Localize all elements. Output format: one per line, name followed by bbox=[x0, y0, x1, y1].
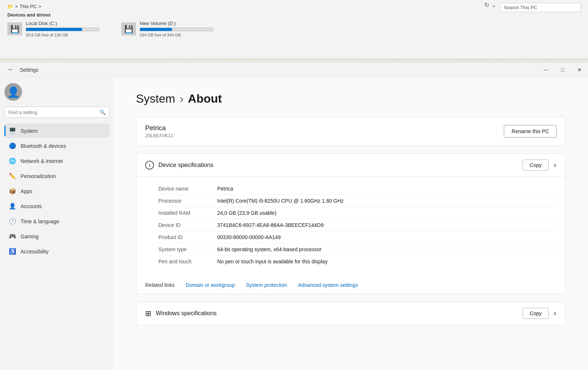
spec-label-device-id: Device ID bbox=[158, 222, 217, 228]
sidebar-item-bluetooth[interactable]: 🔵 Bluetooth & devices bbox=[4, 139, 110, 153]
windows-copy-button[interactable]: Copy bbox=[523, 308, 549, 319]
dropdown-icon[interactable]: ⌄ bbox=[491, 1, 496, 8]
spec-row-device-id: Device ID 3741B4C6-6927-4EA8-86AA-3BEECE… bbox=[158, 219, 557, 231]
spec-value-processor: Intel(R) Core(TM) i5-8250U CPU @ 1.60GHz… bbox=[217, 198, 557, 204]
specs-header: i Device specifications Copy ∧ bbox=[136, 154, 566, 177]
maximize-button[interactable]: □ bbox=[554, 63, 571, 77]
drives-label: Devices and drives bbox=[7, 12, 581, 18]
search-input[interactable] bbox=[8, 110, 96, 115]
spec-row-processor: Processor Intel(R) Core(TM) i5-8250U CPU… bbox=[158, 195, 557, 207]
pc-id: 20L8S7VK11 bbox=[145, 133, 173, 138]
close-button[interactable]: ✕ bbox=[571, 63, 588, 77]
sidebar-item-gaming[interactable]: 🎮 Gaming bbox=[4, 229, 110, 243]
sidebar-item-network-label: Network & internet bbox=[21, 158, 63, 164]
spec-label-pen-touch: Pen and touch bbox=[158, 259, 217, 264]
spec-value-system-type: 64-bit operating system, x64-based proce… bbox=[217, 246, 557, 252]
windows-chevron-up-icon[interactable]: ∧ bbox=[553, 310, 557, 316]
spec-label-ram: Installed RAM bbox=[158, 210, 217, 216]
drive-c[interactable]: 💾 Local Disk (C:) 30,6 GB free of 130 GB bbox=[7, 21, 99, 37]
bluetooth-icon: 🔵 bbox=[9, 142, 16, 149]
spec-value-product-id: 00330-80000-00000-AA149 bbox=[217, 234, 557, 240]
link-system-protection[interactable]: System protection bbox=[246, 282, 287, 288]
sidebar-item-network[interactable]: 🌐 Network & internet bbox=[4, 154, 110, 168]
device-specs-section: i Device specifications Copy ∧ Device na… bbox=[136, 153, 566, 294]
chevron-up-icon[interactable]: ∧ bbox=[553, 162, 557, 168]
spec-row-ram: Installed RAM 24,0 GB (23,9 GB usable) bbox=[158, 207, 557, 219]
info-icon: i bbox=[145, 161, 154, 170]
sidebar-item-system-label: System bbox=[21, 128, 38, 134]
settings-body: 👤 🔍 🖥️ System 🔵 Bluetooth & devices 🌐 Ne… bbox=[0, 77, 588, 370]
spec-value-pen-touch: No pen or touch input is available for t… bbox=[217, 259, 557, 264]
related-links: Related links Domain or workgroup System… bbox=[136, 276, 566, 294]
link-advanced-settings[interactable]: Advanced system settings bbox=[298, 282, 358, 288]
drive-d-icon: 💾 bbox=[121, 22, 136, 35]
sidebar-item-apps[interactable]: 📦 Apps bbox=[4, 184, 110, 198]
sidebar-item-system[interactable]: 🖥️ System bbox=[4, 124, 110, 138]
back-button[interactable]: ← bbox=[4, 64, 17, 75]
sidebar-item-personalization-label: Personalization bbox=[21, 173, 56, 179]
rename-pc-button[interactable]: Rename this PC bbox=[504, 125, 557, 138]
page-title-system: System bbox=[136, 92, 175, 106]
drive-c-name: Local Disk (C:) bbox=[26, 21, 99, 26]
main-content: System › About Petrica 20L8S7VK11 Rename… bbox=[114, 77, 588, 370]
pc-name-section: Petrica 20L8S7VK11 Rename this PC bbox=[136, 117, 566, 146]
system-icon: 🖥️ bbox=[9, 127, 16, 134]
copy-button[interactable]: Copy bbox=[523, 160, 549, 171]
settings-title: Settings bbox=[20, 67, 39, 73]
windows-logo-icon: ⊞ bbox=[145, 309, 151, 318]
search-label: Search This PC bbox=[504, 5, 537, 10]
drive-d-name: New Volume (D:) bbox=[140, 21, 213, 26]
related-links-label: Related links bbox=[145, 282, 175, 288]
breadcrumb-text: This PC bbox=[20, 4, 37, 9]
sidebar-item-accounts-label: Accounts bbox=[21, 203, 42, 209]
accessibility-icon: ♿ bbox=[9, 248, 16, 255]
sidebar-item-time[interactable]: 🕐 Time & language bbox=[4, 214, 110, 228]
sidebar-item-time-label: Time & language bbox=[21, 218, 59, 224]
spec-row-system-type: System type 64-bit operating system, x64… bbox=[158, 243, 557, 256]
windows-specs-section: ⊞ Windows specifications Copy ∧ bbox=[136, 302, 566, 325]
search-icon: 🔍 bbox=[99, 109, 105, 115]
spec-value-device-name: Petrica bbox=[217, 186, 557, 192]
spec-row-device-name: Device name Petrica bbox=[158, 183, 557, 195]
device-specs-title: Device specifications bbox=[158, 162, 213, 168]
page-title-separator: › bbox=[180, 92, 184, 106]
spec-value-device-id: 3741B4C6-6927-4EA8-86AA-3BEECEF144D9 bbox=[217, 222, 557, 228]
sidebar-item-apps-label: Apps bbox=[21, 188, 32, 194]
accounts-icon: 👤 bbox=[9, 203, 16, 210]
drive-d[interactable]: 💾 New Volume (D:) 194 GB free of 344 GB bbox=[121, 21, 213, 37]
spec-label-processor: Processor bbox=[158, 198, 217, 204]
sidebar-item-personalization[interactable]: ✏️ Personalization bbox=[4, 169, 110, 183]
search-box[interactable]: 🔍 bbox=[4, 107, 110, 118]
pc-name: Petrica bbox=[145, 124, 173, 132]
windows-specs-title: Windows specifications bbox=[156, 310, 216, 317]
sidebar: 👤 🔍 🖥️ System 🔵 Bluetooth & devices 🌐 Ne… bbox=[0, 77, 114, 370]
file-explorer-bar: 📁 > This PC > ↻ ⌄ Search This PC Devices… bbox=[0, 0, 588, 59]
spec-value-ram: 24,0 GB (23,9 GB usable) bbox=[217, 210, 557, 216]
spec-row-pen-touch: Pen and touch No pen or touch input is a… bbox=[158, 256, 557, 267]
sidebar-item-accessibility[interactable]: ♿ Accessibility bbox=[4, 244, 110, 259]
windows-specs-header: ⊞ Windows specifications Copy ∧ bbox=[136, 302, 566, 325]
sidebar-item-accounts[interactable]: 👤 Accounts bbox=[4, 199, 110, 213]
spec-label-product-id: Product ID bbox=[158, 234, 217, 240]
gaming-icon: 🎮 bbox=[9, 233, 16, 240]
toolbar-icons: ↻ ⌄ bbox=[484, 1, 496, 8]
personalization-icon: ✏️ bbox=[9, 172, 16, 179]
refresh-icon[interactable]: ↻ bbox=[484, 1, 489, 8]
nav-list: 🖥️ System 🔵 Bluetooth & devices 🌐 Networ… bbox=[4, 124, 110, 259]
minimize-button[interactable]: ─ bbox=[537, 63, 554, 77]
avatar: 👤 bbox=[4, 83, 22, 101]
link-domain[interactable]: Domain or workgroup bbox=[186, 282, 235, 288]
drive-d-bar bbox=[140, 28, 213, 31]
drive-c-fill bbox=[26, 28, 82, 31]
apps-icon: 📦 bbox=[9, 188, 16, 195]
drive-c-free: 30,6 GB free of 130 GB bbox=[26, 33, 99, 37]
drives-section: Devices and drives 💾 Local Disk (C:) 30,… bbox=[7, 12, 581, 37]
drives-container: 💾 Local Disk (C:) 30,6 GB free of 130 GB… bbox=[7, 21, 581, 37]
page-title: System › About bbox=[136, 92, 566, 106]
drive-c-icon: 💾 bbox=[7, 22, 22, 35]
drive-c-bar bbox=[26, 28, 99, 31]
drive-d-free: 194 GB free of 344 GB bbox=[140, 33, 213, 37]
page-title-about: About bbox=[188, 92, 222, 106]
search-bar[interactable]: Search This PC bbox=[500, 3, 581, 12]
titlebar-controls: ─ □ ✕ bbox=[537, 63, 588, 77]
